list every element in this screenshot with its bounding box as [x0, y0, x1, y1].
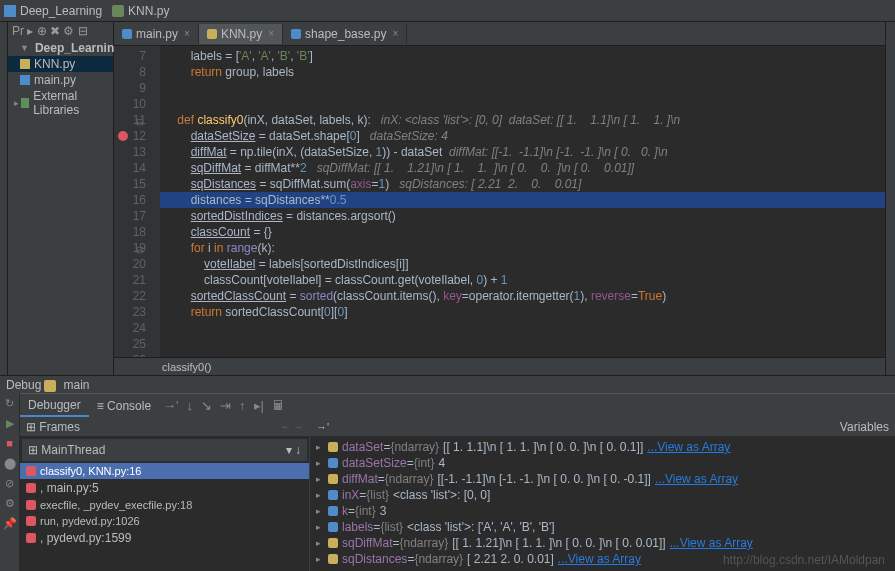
- var-type-icon: [328, 538, 338, 548]
- frame-item[interactable]: execfile, _pydev_execfile.py:18: [20, 497, 309, 513]
- step-out-button[interactable]: ↑: [239, 398, 246, 413]
- right-gutter-strip: [885, 22, 895, 375]
- python-file-icon: [20, 75, 30, 85]
- variable-item[interactable]: ▸dataSetSize = {int}4: [312, 455, 893, 471]
- function-crumb[interactable]: classify0(): [114, 357, 885, 375]
- var-type-icon: [328, 554, 338, 564]
- var-type-icon: [328, 522, 338, 532]
- view-breakpoints-button[interactable]: ⬤: [3, 457, 17, 471]
- project-icon: [4, 5, 16, 17]
- variable-item[interactable]: ▸diffMat = {ndarray}[[-1. -1.1]\n [-1. -…: [312, 471, 893, 487]
- file-icon: [122, 29, 132, 39]
- file-icon: [291, 29, 301, 39]
- settings-button[interactable]: ⚙: [3, 497, 17, 511]
- editor-tab[interactable]: shape_base.py×: [283, 24, 407, 44]
- gutter[interactable]: 7891011⊟1213141516171819⊟20212223242526: [114, 46, 160, 357]
- resume-button[interactable]: ▶: [3, 417, 17, 431]
- frame-icon: [26, 466, 36, 476]
- frame-item[interactable]: run, pydevd.py:1026: [20, 513, 309, 529]
- frame-list[interactable]: classify0, KNN.py:16, main.py:5execfile,…: [20, 463, 309, 571]
- expand-icon[interactable]: ▸: [316, 506, 324, 516]
- var-type-icon: [328, 442, 338, 452]
- var-type-icon: [328, 458, 338, 468]
- frame-icon: [26, 500, 36, 510]
- view-as-array-link[interactable]: ...View as Array: [655, 472, 738, 486]
- variables-panel: →' Variables ▸dataSet = {ndarray}[[ 1. 1…: [310, 417, 895, 571]
- variable-item[interactable]: ▸sqDiffMat = {ndarray}[[ 1. 1.21]\n [ 1.…: [312, 535, 893, 551]
- mute-button[interactable]: ⊘: [3, 477, 17, 491]
- code-lines[interactable]: labels = ['A', 'A', 'B', 'B'] return gro…: [160, 46, 885, 357]
- bug-icon: [44, 380, 56, 392]
- run-to-cursor-button[interactable]: ▸|: [254, 398, 264, 413]
- library-icon: [21, 98, 29, 108]
- evaluate-button[interactable]: 🖩: [272, 398, 285, 413]
- tab-console[interactable]: ≡ Console: [89, 396, 159, 416]
- frame-icon: [26, 533, 36, 543]
- tree-item-external[interactable]: ▸ External Libraries: [8, 88, 113, 118]
- stop-button[interactable]: ■: [3, 437, 17, 451]
- breadcrumb-file[interactable]: KNN.py: [128, 4, 169, 18]
- close-icon[interactable]: ×: [184, 28, 190, 39]
- tree-root[interactable]: ▼ Deep_Learning E:\P: [8, 40, 113, 56]
- expand-icon[interactable]: ▸: [316, 490, 324, 500]
- frames-header: ⊞ Frames ← →: [20, 417, 309, 437]
- debug-toolbar: Debugger ≡ Console →' ↓ ↘ ⇥ ↑ ▸| 🖩: [20, 393, 895, 417]
- project-tree[interactable]: Pr ▸ ⊕ ✖ ⚙ ⊟ ▼ Deep_Learning E:\P KNN.py…: [8, 22, 114, 375]
- view-as-array-link[interactable]: ...View as Array: [647, 440, 730, 454]
- expand-icon[interactable]: ▸: [316, 474, 324, 484]
- project-header: Pr ▸ ⊕ ✖ ⚙ ⊟: [8, 22, 113, 40]
- code-view[interactable]: 7891011⊟1213141516171819⊟20212223242526 …: [114, 46, 885, 357]
- rerun-button[interactable]: ↻: [3, 397, 17, 411]
- breakpoint-icon[interactable]: [118, 131, 128, 141]
- expand-icon[interactable]: ▸: [316, 458, 324, 468]
- breadcrumb-bar: Deep_Learning KNN.py: [0, 0, 895, 22]
- view-as-array-link[interactable]: ...View as Array: [558, 552, 641, 566]
- tab-debugger[interactable]: Debugger: [20, 395, 89, 417]
- editor-tabs: main.py×KNN.py×shape_base.py×: [114, 22, 885, 46]
- variables-header: →' Variables: [310, 417, 895, 437]
- variable-item[interactable]: ▸inX = {list}<class 'list'>: [0, 0]: [312, 487, 893, 503]
- left-gutter-strip: [0, 22, 8, 375]
- expand-icon[interactable]: ▸: [316, 522, 324, 532]
- watermark: http://blog.csdn.net/IAMoldpan: [723, 553, 885, 567]
- breadcrumb-project[interactable]: Deep_Learning: [20, 4, 102, 18]
- frame-item[interactable]: classify0, KNN.py:16: [20, 463, 309, 479]
- view-as-array-link[interactable]: ...View as Array: [670, 536, 753, 550]
- step-over-button[interactable]: →': [163, 398, 178, 413]
- variable-item[interactable]: ▸k = {int}3: [312, 503, 893, 519]
- tree-item-knn[interactable]: KNN.py: [8, 56, 113, 72]
- file-icon: [112, 5, 124, 17]
- force-step-button[interactable]: ⇥: [220, 398, 231, 413]
- step-into-button[interactable]: ↓: [187, 398, 194, 413]
- var-type-icon: [328, 490, 338, 500]
- expand-icon[interactable]: ▸: [316, 554, 324, 564]
- tree-item-main[interactable]: main.py: [8, 72, 113, 88]
- thread-selector[interactable]: ⊞ MainThread ▾ ↓: [22, 439, 307, 461]
- step-into-my-button[interactable]: ↘: [201, 398, 212, 413]
- frame-icon: [26, 516, 36, 526]
- editor: main.py×KNN.py×shape_base.py× 7891011⊟12…: [114, 22, 885, 375]
- expand-icon[interactable]: ▸: [316, 538, 324, 548]
- editor-tab[interactable]: main.py×: [114, 24, 199, 44]
- frame-item[interactable]: , main.py:5: [20, 479, 309, 497]
- frames-panel: ⊞ Frames ← → ⊞ MainThread ▾ ↓ classify0,…: [20, 417, 310, 571]
- variable-list[interactable]: ▸dataSet = {ndarray}[[ 1. 1.1]\n [ 1. 1.…: [310, 437, 895, 571]
- var-type-icon: [328, 506, 338, 516]
- pin-button[interactable]: 📌: [3, 517, 17, 531]
- frame-item[interactable]: , pydevd.py:1599: [20, 529, 309, 547]
- expand-icon[interactable]: ▸: [316, 442, 324, 452]
- debug-header: Debug main: [0, 375, 895, 393]
- variable-item[interactable]: ▸dataSet = {ndarray}[[ 1. 1.1]\n [ 1. 1.…: [312, 439, 893, 455]
- python-file-icon: [20, 59, 30, 69]
- editor-tab[interactable]: KNN.py×: [199, 24, 283, 44]
- close-icon[interactable]: ×: [268, 28, 274, 39]
- frame-icon: [26, 483, 36, 493]
- debug-side-buttons: ↻ ▶ ■ ⬤ ⊘ ⚙ 📌: [0, 393, 20, 571]
- close-icon[interactable]: ×: [392, 28, 398, 39]
- file-icon: [207, 29, 217, 39]
- var-type-icon: [328, 474, 338, 484]
- variable-item[interactable]: ▸labels = {list}<class 'list'>: ['A', 'A…: [312, 519, 893, 535]
